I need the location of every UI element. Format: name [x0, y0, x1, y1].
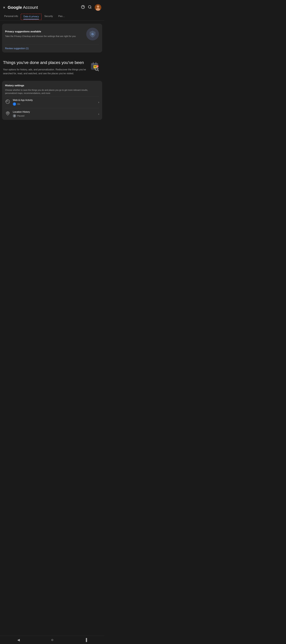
- content-area: Privacy suggestions available Take the P…: [0, 24, 104, 133]
- review-suggestion-button[interactable]: Review suggestion (1): [2, 44, 102, 52]
- section-heading-text: Things you've done and places you've bee…: [3, 60, 87, 76]
- location-history-content: Location History ⏸ Paused: [13, 110, 96, 118]
- search-button[interactable]: [88, 5, 92, 10]
- header: × Google Account: [0, 0, 104, 13]
- history-card-header: History settings Choose whether to save …: [2, 81, 102, 96]
- section-heading: Things you've done and places you've bee…: [0, 56, 104, 78]
- history-settings-card: History settings Choose whether to save …: [2, 81, 102, 120]
- web-activity-title: Web & App Activity: [13, 99, 96, 102]
- account-text: Account: [23, 5, 38, 10]
- svg-line-17: [98, 70, 99, 71]
- location-history-status-label: Paused: [17, 115, 24, 117]
- history-settings-title: History settings: [5, 84, 99, 87]
- svg-rect-9: [91, 63, 98, 65]
- location-history-chevron-icon: ›: [98, 112, 99, 116]
- svg-point-5: [97, 5, 99, 8]
- close-button[interactable]: ×: [3, 5, 5, 10]
- tab-data-privacy[interactable]: Data & privacy: [21, 14, 41, 20]
- section-description: Your options for history, ads, and perso…: [3, 68, 87, 75]
- location-history-pause-icon: ⏸: [13, 114, 16, 118]
- web-activity-status: ✓ On: [13, 102, 96, 106]
- privacy-card-body: Privacy suggestions available Take the P…: [2, 24, 102, 44]
- google-brand-text: Google: [7, 5, 22, 10]
- location-history-icon: [5, 111, 10, 117]
- web-activity-icon: [5, 99, 10, 105]
- svg-point-15: [97, 66, 98, 67]
- tab-security[interactable]: Security: [41, 13, 55, 20]
- location-history-status: ⏸ Paused: [13, 114, 96, 118]
- history-settings-description: Choose whether to save the things you do…: [5, 88, 99, 95]
- svg-text:G: G: [91, 33, 94, 36]
- nav-tabs: Personal info Data & privacy Security Pe…: [0, 13, 104, 21]
- privacy-card-text: Privacy suggestions available Take the P…: [5, 30, 83, 38]
- web-app-activity-item[interactable]: Web & App Activity ✓ On ›: [2, 96, 102, 108]
- help-button[interactable]: [81, 5, 85, 10]
- web-activity-status-label: On: [17, 103, 20, 105]
- location-history-item[interactable]: Location History ⏸ Paused ›: [2, 108, 102, 120]
- tab-personal-info[interactable]: Personal info: [1, 13, 21, 20]
- web-activity-status-on-icon: ✓: [13, 102, 16, 106]
- privacy-shield-icon: G: [86, 27, 99, 41]
- svg-point-22: [7, 113, 8, 113]
- svg-line-20: [8, 102, 9, 102]
- web-activity-content: Web & App Activity ✓ On: [13, 99, 96, 106]
- privacy-suggestions-card: Privacy suggestions available Take the P…: [2, 24, 102, 52]
- privacy-suggestions-title: Privacy suggestions available: [5, 30, 83, 33]
- section-activity-icon: %: [89, 60, 101, 72]
- location-history-title: Location History: [13, 110, 96, 113]
- tab-people[interactable]: Peo…: [55, 13, 67, 20]
- section-title: Things you've done and places you've bee…: [3, 60, 87, 65]
- avatar[interactable]: [95, 4, 101, 11]
- svg-point-2: [88, 6, 91, 8]
- svg-line-3: [91, 8, 91, 8]
- web-activity-chevron-icon: ›: [98, 100, 99, 104]
- page-title: Google Account: [7, 5, 79, 10]
- header-icons: [81, 4, 101, 11]
- privacy-suggestions-body: Take the Privacy Checkup and choose the …: [5, 34, 83, 38]
